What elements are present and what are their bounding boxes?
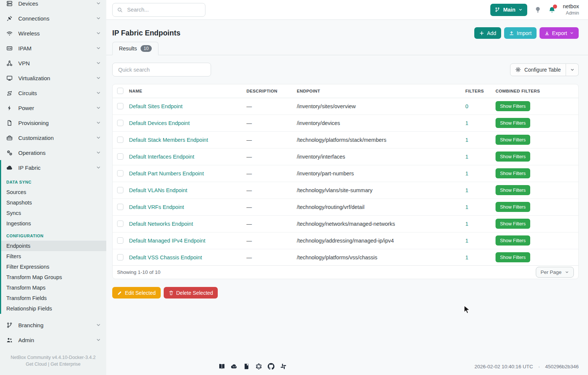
row-checkbox[interactable] xyxy=(117,187,123,193)
quick-search-input[interactable] xyxy=(117,66,206,73)
sidebar-item-circuits[interactable]: Circuits xyxy=(0,85,106,100)
sidebar-item-customization[interactable]: Customization xyxy=(0,130,106,145)
show-filters-button[interactable]: Show Filters xyxy=(496,135,530,145)
sidebar-item-virtualization[interactable]: Virtualization xyxy=(0,71,106,85)
edit-selected-button[interactable]: Edit Selected xyxy=(112,287,161,299)
endpoint-name-link[interactable]: Default VRFs Endpoint xyxy=(129,204,184,210)
filters-count-link[interactable]: 1 xyxy=(465,137,468,143)
filters-count-link[interactable]: 1 xyxy=(465,238,468,244)
sidebar-footer-link-get-enterprise[interactable]: Get Enterprise xyxy=(50,362,81,367)
filters-count-link[interactable]: 0 xyxy=(465,103,468,109)
endpoint-name-link[interactable]: Default Sites Endpoint xyxy=(129,103,182,109)
sidebar-item-filters[interactable]: Filters xyxy=(1,251,106,262)
show-filters-button[interactable]: Show Filters xyxy=(496,252,530,262)
docs-book-icon[interactable] xyxy=(218,363,225,370)
row-checkbox[interactable] xyxy=(117,204,123,210)
sidebar-item-branching[interactable]: Branching xyxy=(0,318,106,332)
upload-icon xyxy=(509,31,514,36)
row-checkbox[interactable] xyxy=(117,254,123,260)
add-button[interactable]: Add xyxy=(474,27,501,39)
column-header-name[interactable]: NAME xyxy=(129,84,246,98)
column-header-combined-filters[interactable]: COMBINED FILTERS xyxy=(496,84,578,98)
show-filters-button[interactable]: Show Filters xyxy=(496,101,530,111)
github-icon[interactable] xyxy=(268,363,274,370)
row-checkbox[interactable] xyxy=(117,221,123,227)
endpoint-name-link[interactable]: Default Stack Members Endpoint xyxy=(129,137,208,143)
branch-selector-button[interactable]: Main xyxy=(490,4,527,16)
filters-count-link[interactable]: 1 xyxy=(465,154,468,160)
sidebar-item-ingestions[interactable]: Ingestions xyxy=(1,218,106,229)
sidebar-item-power[interactable]: Power xyxy=(0,100,106,115)
show-filters-button[interactable]: Show Filters xyxy=(496,151,530,162)
user-menu[interactable]: netbox Admin xyxy=(563,3,579,16)
sidebar-item-relationship-fields[interactable]: Relationship Fields xyxy=(1,303,106,314)
sidebar-item-filter-expressions[interactable]: Filter Expressions xyxy=(1,262,106,272)
show-filters-button[interactable]: Show Filters xyxy=(496,235,530,246)
sidebar-item-ip-fabric[interactable]: IP Fabric xyxy=(1,160,106,175)
filters-count-link[interactable]: 1 xyxy=(465,187,468,193)
journal-icon[interactable] xyxy=(243,363,250,370)
row-checkbox[interactable] xyxy=(117,237,123,244)
sidebar-item-label: IPAM xyxy=(18,45,90,51)
row-checkbox[interactable] xyxy=(117,170,123,176)
sidebar-item-sources[interactable]: Sources xyxy=(1,187,106,197)
show-filters-button[interactable]: Show Filters xyxy=(496,118,530,128)
sidebar-item-snapshots[interactable]: Snapshots xyxy=(1,197,106,208)
export-button[interactable]: Export xyxy=(540,27,579,39)
filters-count-link[interactable]: 1 xyxy=(465,204,468,210)
filters-count-link[interactable]: 1 xyxy=(465,120,468,126)
sidebar-item-label: Devices xyxy=(18,0,90,7)
sidebar-item-transform-map-groups[interactable]: Transform Map Groups xyxy=(1,272,106,282)
filters-count-link[interactable]: 1 xyxy=(465,221,468,227)
filters-count-link[interactable]: 1 xyxy=(465,171,468,176)
row-checkbox[interactable] xyxy=(117,137,123,143)
column-header-description[interactable]: DESCRIPTION xyxy=(246,84,297,98)
filters-count-link[interactable]: 1 xyxy=(465,254,468,260)
search-input[interactable] xyxy=(126,6,201,13)
sidebar-item-transform-fields[interactable]: Transform Fields xyxy=(1,293,106,303)
sidebar-item-transform-maps[interactable]: Transform Maps xyxy=(1,282,106,293)
endpoint-name-link[interactable]: Default VSS Chassis Endpoint xyxy=(129,254,202,260)
row-checkbox[interactable] xyxy=(117,120,123,126)
show-filters-button[interactable]: Show Filters xyxy=(496,168,530,178)
endpoint-name-link[interactable]: Default Interfaces Endpoint xyxy=(129,154,194,160)
quick-search[interactable] xyxy=(112,63,211,76)
column-header-filters[interactable]: FILTERS xyxy=(465,84,496,98)
graphql-icon[interactable] xyxy=(255,363,262,370)
endpoint-name-link[interactable]: Default Devices Endpoint xyxy=(129,120,190,126)
slack-icon[interactable] xyxy=(280,363,287,370)
tab-results[interactable]: Results 10 xyxy=(112,42,158,55)
endpoint-name-link[interactable]: Default Networks Endpoint xyxy=(129,221,193,227)
delete-selected-button[interactable]: Delete Selected xyxy=(164,287,218,299)
sidebar-item-connections[interactable]: Connections xyxy=(0,11,106,26)
show-filters-button[interactable]: Show Filters xyxy=(496,202,530,212)
row-checkbox[interactable] xyxy=(117,153,123,160)
show-filters-button[interactable]: Show Filters xyxy=(496,185,530,195)
global-search[interactable] xyxy=(112,3,205,17)
sidebar-item-admin[interactable]: Admin xyxy=(0,332,106,347)
endpoint-name-link[interactable]: Default Managed IPv4 Endpoint xyxy=(129,238,205,244)
sidebar-item-ipam[interactable]: IPAM xyxy=(0,41,106,56)
api-cloud-icon[interactable] xyxy=(231,363,238,370)
notifications-bell-icon[interactable] xyxy=(548,6,556,13)
theme-lightbulb-icon[interactable] xyxy=(534,6,541,13)
configure-table-dropdown[interactable] xyxy=(566,63,579,76)
select-all-checkbox[interactable] xyxy=(117,88,123,94)
import-button[interactable]: Import xyxy=(504,27,537,39)
per-page-dropdown[interactable]: Per Page xyxy=(536,267,574,278)
sidebar-item-devices[interactable]: Devices xyxy=(0,0,106,11)
column-header-endpoint[interactable]: ENDPOINT xyxy=(297,84,465,98)
sidebar-item-endpoints[interactable]: Endpoints xyxy=(1,241,106,251)
show-filters-button[interactable]: Show Filters xyxy=(496,219,530,229)
sidebar-item-operations[interactable]: Operations xyxy=(0,145,106,160)
endpoint-name-link[interactable]: Default Part Numbers Endpoint xyxy=(129,171,204,176)
endpoint-name-link[interactable]: Default VLANs Endpoint xyxy=(129,187,187,193)
sidebar-item-provisioning[interactable]: Provisioning xyxy=(0,115,106,130)
sidebar-item-syncs[interactable]: Syncs xyxy=(1,208,106,218)
row-checkbox[interactable] xyxy=(117,103,123,109)
sidebar-item-vpn[interactable]: VPN xyxy=(0,56,106,71)
endpoints-table-card: NAME DESCRIPTION ENDPOINT FILTERS COMBIN… xyxy=(112,84,579,279)
configure-table-button[interactable]: Configure Table xyxy=(510,63,566,76)
sidebar-item-wireless[interactable]: Wireless xyxy=(0,26,106,41)
sidebar-footer-link-get-cloud[interactable]: Get Cloud xyxy=(26,362,47,367)
